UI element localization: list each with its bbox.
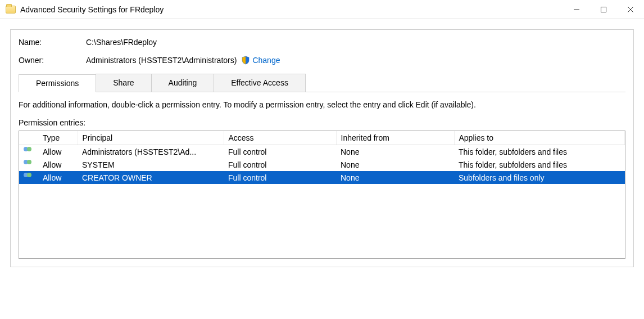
principal-icon — [24, 173, 34, 181]
row-icon-cell — [19, 158, 38, 171]
owner-label: Owner: — [19, 56, 86, 65]
row-type: Allow — [38, 171, 78, 184]
row-access: Full control — [224, 158, 336, 171]
row-applies: This folder, subfolders and files — [454, 145, 625, 159]
row-access: Full control — [224, 171, 336, 184]
row-inherited: None — [336, 158, 454, 171]
permission-entries-table: Type Principal Access Inherited from App… — [19, 131, 625, 184]
table-row[interactable]: AllowSYSTEMFull controlNoneThis folder, … — [19, 158, 625, 171]
row-principal: CREATOR OWNER — [78, 171, 224, 184]
row-applies: This folder, subfolders and files — [454, 158, 625, 171]
row-type: Allow — [38, 145, 78, 159]
folder-icon — [6, 6, 16, 14]
tab-strip: Permissions Share Auditing Effective Acc… — [19, 74, 625, 92]
minimize-icon — [573, 6, 580, 13]
row-type: Allow — [38, 158, 78, 171]
table-row[interactable]: AllowCREATOR OWNERFull controlNoneSubfol… — [19, 171, 625, 184]
row-icon-cell — [19, 145, 38, 159]
close-icon — [627, 6, 634, 13]
row-icon-cell — [19, 171, 38, 184]
tab-share[interactable]: Share — [96, 74, 151, 92]
maximize-icon — [600, 6, 607, 13]
table-row[interactable]: AllowAdministrators (HSSTEST2\Ad...Full … — [19, 145, 625, 159]
window-title: Advanced Security Settings for FRdeploy — [20, 5, 164, 14]
col-access[interactable]: Access — [224, 131, 336, 145]
owner-row: Owner: Administrators (HSSTEST2\Administ… — [19, 56, 625, 65]
svg-rect-1 — [601, 7, 606, 12]
tab-auditing[interactable]: Auditing — [151, 74, 215, 92]
tab-permissions[interactable]: Permissions — [19, 74, 96, 92]
permissions-info-text: For additional information, double-click… — [19, 100, 625, 109]
row-principal: Administrators (HSSTEST2\Ad... — [78, 145, 224, 159]
shield-icon — [241, 56, 250, 65]
row-applies: Subfolders and files only — [454, 171, 625, 184]
principal-icon — [24, 147, 34, 155]
row-principal: SYSTEM — [78, 158, 224, 171]
name-value: C:\Shares\FRdeploy — [86, 38, 157, 47]
titlebar: Advanced Security Settings for FRdeploy — [0, 0, 644, 19]
col-applies[interactable]: Applies to — [454, 131, 625, 145]
permission-entries-table-wrap[interactable]: Type Principal Access Inherited from App… — [19, 131, 625, 259]
col-icon[interactable] — [19, 131, 38, 145]
row-access: Full control — [224, 145, 336, 159]
row-inherited: None — [336, 171, 454, 184]
col-type[interactable]: Type — [38, 131, 78, 145]
tab-effective-access[interactable]: Effective Access — [214, 74, 306, 92]
principal-icon — [24, 160, 34, 168]
table-header-row: Type Principal Access Inherited from App… — [19, 131, 625, 145]
main-panel: Name: C:\Shares\FRdeploy Owner: Administ… — [10, 29, 634, 267]
name-row: Name: C:\Shares\FRdeploy — [19, 38, 625, 47]
change-owner-link[interactable]: Change — [241, 56, 280, 65]
close-button[interactable] — [617, 0, 644, 19]
row-inherited: None — [336, 145, 454, 159]
tab-body-permissions: For additional information, double-click… — [19, 92, 625, 259]
col-inherited[interactable]: Inherited from — [336, 131, 454, 145]
change-owner-text: Change — [252, 56, 280, 65]
minimize-button[interactable] — [563, 0, 590, 19]
col-principal[interactable]: Principal — [78, 131, 224, 145]
permission-entries-label: Permission entries: — [19, 118, 625, 127]
name-label: Name: — [19, 38, 86, 47]
owner-value: Administrators (HSSTEST2\Administrators) — [86, 56, 237, 65]
maximize-button[interactable] — [590, 0, 617, 19]
